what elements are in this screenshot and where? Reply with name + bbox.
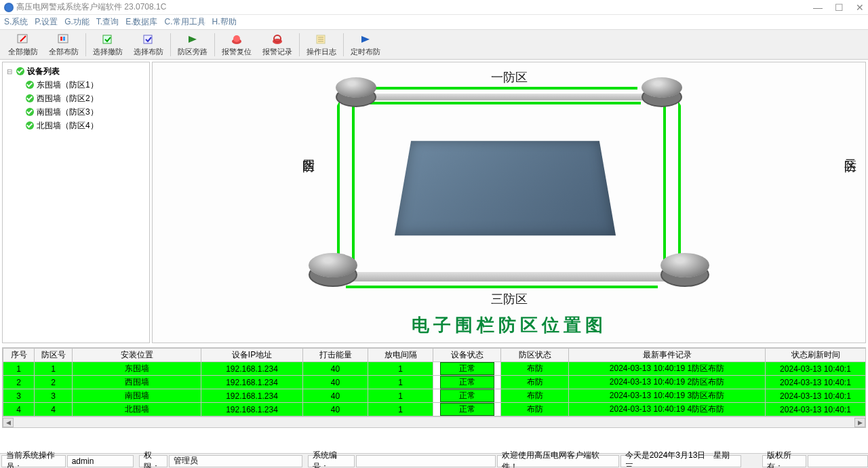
- btn-disarm-sel[interactable]: 选择撤防: [87, 31, 128, 58]
- btn-alarm-reset[interactable]: 报警复位: [216, 31, 257, 58]
- collapse-icon[interactable]: ⊟: [7, 68, 14, 75]
- menu-database[interactable]: E.数据库: [125, 16, 157, 28]
- alarm-log-icon: [271, 33, 284, 46]
- btn-arm-sel-label: 选择布防: [134, 47, 163, 57]
- svg-rect-2: [60, 37, 62, 41]
- table-row[interactable]: 44北围墙192.168.1.234401正常布防2024-03-13 10:4…: [3, 403, 866, 416]
- btn-bypass-label: 防区旁路: [178, 47, 208, 57]
- close-button[interactable]: ✕: [856, 2, 864, 13]
- menu-tools[interactable]: C.常用工具: [165, 16, 205, 28]
- check-icon: [26, 121, 34, 130]
- zone-label-bottom: 三防区: [491, 291, 528, 307]
- tree-item-label: 北围墙（防区4）: [37, 120, 98, 132]
- status-table: 序号 防区号 安装位置 设备IP地址 打击能量 放电间隔 设备状态 防区状态 最…: [2, 347, 866, 428]
- th-energy[interactable]: 打击能量: [303, 349, 368, 362]
- btn-arm-all[interactable]: 全部布防: [43, 31, 84, 58]
- arm-sel-icon: [142, 33, 155, 46]
- th-zs[interactable]: 防区状态: [501, 349, 569, 362]
- window-title: 高压电网警戒系统客户端软件 23.0708.1C: [16, 1, 813, 13]
- tree-item-label: 东围墙（防区1）: [37, 79, 98, 91]
- bypass-icon: [186, 33, 199, 46]
- floor: [395, 141, 616, 235]
- fence-line: [363, 102, 641, 104]
- maximize-button[interactable]: ☐: [835, 2, 844, 13]
- btn-schedule[interactable]: 定时布防: [345, 31, 386, 58]
- th-ip[interactable]: 设备IP地址: [201, 349, 303, 362]
- post: [336, 77, 376, 98]
- menu-help[interactable]: H.帮助: [212, 16, 237, 28]
- menubar: S.系统 P.设置 G.功能 T.查询 E.数据库 C.常用工具 H.帮助: [0, 15, 868, 30]
- th-event[interactable]: 最新事件记录: [569, 349, 766, 362]
- device-tree[interactable]: ⊟ 设备列表 东围墙（防区1） 西围墙（防区2） 南围墙（防区3） 北围墙（防区…: [2, 62, 150, 343]
- arm-all-icon: [57, 33, 71, 46]
- table-row[interactable]: 33南围墙192.168.1.234401正常布防2024-03-13 10:4…: [3, 389, 866, 403]
- btn-oper-log-label: 操作日志: [307, 47, 336, 57]
- fence-line: [678, 101, 681, 269]
- schedule-icon: [359, 33, 372, 46]
- btn-disarm-all-label: 全部撤防: [8, 47, 38, 57]
- svg-rect-3: [63, 37, 65, 41]
- wall: [329, 272, 675, 281]
- wall: [356, 94, 648, 100]
- alarm-reset-icon: [230, 33, 243, 46]
- diagram-title: 电子围栏防区位置图: [412, 313, 607, 337]
- tree-item-zone2[interactable]: 西围墙（防区2）: [26, 92, 149, 104]
- btn-arm-all-label: 全部布防: [49, 47, 79, 57]
- scroll-right-icon[interactable]: ▶: [854, 418, 865, 427]
- menu-system[interactable]: S.系统: [4, 16, 28, 28]
- check-icon: [26, 108, 34, 116]
- table-header-row: 序号 防区号 安装位置 设备IP地址 打击能量 放电间隔 设备状态 防区状态 最…: [3, 349, 866, 362]
- scroll-left-icon[interactable]: ◀: [3, 418, 14, 427]
- th-gap[interactable]: 放电间隔: [368, 349, 433, 362]
- toolbar: 全部撤防 全部布防 选择撤防 选择布防 防区旁路 报警复位 报警记录 操作日志 …: [0, 30, 868, 60]
- fence-line: [352, 101, 355, 269]
- th-ts[interactable]: 状态刷新时间: [766, 349, 866, 362]
- th-seq[interactable]: 序号: [3, 349, 35, 362]
- btn-bypass[interactable]: 防区旁路: [172, 31, 213, 58]
- tree-root[interactable]: ⊟ 设备列表: [7, 65, 149, 77]
- th-loc[interactable]: 安装位置: [73, 349, 201, 362]
- tree-root-label: 设备列表: [27, 66, 60, 77]
- fence-line: [346, 286, 658, 288]
- titlebar: 高压电网警戒系统客户端软件 23.0708.1C — ☐ ✕: [0, 0, 868, 15]
- oper-log-icon: [315, 33, 328, 46]
- svg-marker-6: [189, 36, 197, 43]
- tree-item-zone1[interactable]: 东围墙（防区1）: [26, 79, 149, 91]
- tree-item-label: 南围墙（防区3）: [37, 106, 98, 118]
- btn-oper-log[interactable]: 操作日志: [301, 31, 342, 58]
- disarm-all-icon: [16, 33, 30, 46]
- svg-marker-15: [361, 36, 370, 43]
- btn-arm-sel[interactable]: 选择布防: [128, 31, 169, 58]
- tree-item-zone3[interactable]: 南围墙（防区3）: [26, 106, 149, 118]
- horizontal-scrollbar[interactable]: ◀ ▶: [3, 416, 865, 427]
- btn-disarm-sel-label: 选择撤防: [93, 47, 123, 57]
- fence-line: [337, 101, 340, 269]
- btn-schedule-label: 定时布防: [351, 47, 380, 57]
- btn-alarm-log-label: 报警记录: [262, 47, 292, 57]
- zone-label-top: 一防区: [491, 69, 528, 85]
- app-icon: [4, 3, 14, 12]
- post: [660, 253, 709, 277]
- table-row[interactable]: 22西围墙192.168.1.234401正常布防2024-03-13 10:4…: [3, 376, 866, 389]
- check-icon: [26, 94, 34, 102]
- minimize-button[interactable]: —: [813, 2, 823, 13]
- fence-line: [366, 87, 637, 90]
- table-row[interactable]: 11东围墙192.168.1.234401正常布防2024-03-13 10:4…: [3, 362, 866, 376]
- tree-item-zone4[interactable]: 北围墙（防区4）: [26, 119, 149, 132]
- tree-item-label: 西围墙（防区2）: [37, 93, 98, 104]
- btn-disarm-all[interactable]: 全部撤防: [3, 31, 43, 58]
- menu-query[interactable]: T.查询: [96, 16, 119, 28]
- menu-function[interactable]: G.功能: [64, 16, 90, 28]
- btn-alarm-log[interactable]: 报警记录: [257, 31, 298, 58]
- post: [642, 77, 682, 98]
- check-icon: [26, 81, 34, 89]
- btn-alarm-reset-label: 报警复位: [222, 47, 252, 57]
- fence-line: [663, 101, 666, 269]
- menu-settings[interactable]: P.设置: [35, 16, 58, 28]
- th-dev[interactable]: 设备状态: [433, 349, 501, 362]
- zone-diagram: 一防区 四防区 二防区 三防区 电子围栏防区位置图: [152, 62, 866, 343]
- svg-point-8: [233, 35, 240, 42]
- disarm-sel-icon: [101, 33, 115, 46]
- check-icon: [16, 67, 24, 75]
- th-zone[interactable]: 防区号: [35, 349, 73, 362]
